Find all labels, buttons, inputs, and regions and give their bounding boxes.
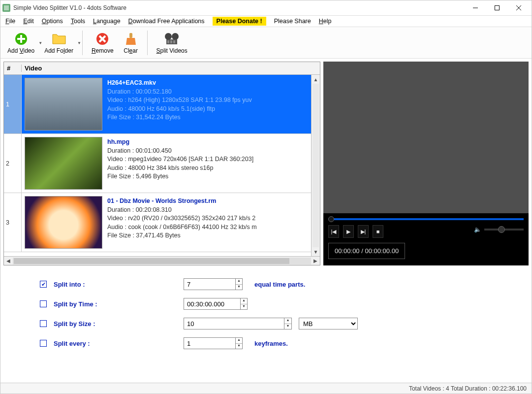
folder-icon — [52, 32, 66, 46]
row-duration: Duration : 00:00:52.180 — [107, 88, 318, 97]
scroll-left-icon[interactable]: ◀ — [4, 258, 13, 263]
svg-rect-15 — [170, 40, 172, 43]
row-index: 1 — [4, 75, 22, 133]
horizontal-scrollbar[interactable]: ◀ ▶ — [4, 256, 320, 265]
table-header: # Video — [4, 62, 320, 75]
option-split-every: Split every : ▲▼ keyframes. — [40, 333, 512, 353]
trail-split-every: keyframes. — [254, 340, 288, 347]
svg-rect-1 — [4, 5, 9, 10]
menubar: File Edit Options Tools Language Downloa… — [0, 15, 532, 27]
split-size-field[interactable] — [184, 320, 284, 328]
remove-button[interactable]: Remove — [87, 30, 119, 56]
col-header-video[interactable]: Video — [22, 65, 320, 72]
clear-icon — [124, 32, 138, 46]
menu-share[interactable]: Please Share — [274, 18, 311, 25]
menu-tools[interactable]: Tools — [71, 18, 85, 25]
minimize-button[interactable] — [465, 1, 486, 15]
input-split-time[interactable]: ▲▼ — [184, 298, 248, 310]
spinner[interactable]: ▲▼ — [240, 298, 247, 309]
titlebar: Simple Video Splitter V1.0 - 4dots Softw… — [0, 0, 532, 15]
skip-forward-button[interactable]: ▶| — [358, 225, 369, 238]
table-row[interactable]: 3 01 - Dbz Movie - Worlds Strongest.rm D… — [4, 193, 320, 252]
label-split-into: Split into : — [54, 281, 118, 288]
svg-rect-14 — [167, 40, 169, 43]
maximize-button[interactable] — [486, 1, 508, 15]
select-size-unit[interactable]: MB — [299, 318, 358, 329]
menu-download[interactable]: Download Free Applications — [128, 18, 205, 25]
add-video-label: Add Video — [7, 47, 34, 54]
row-duration: Duration : 00:01:00.450 — [107, 147, 318, 156]
clear-button[interactable]: Clear — [119, 30, 143, 56]
trail-split-into: equal time parts. — [254, 281, 305, 288]
table-body: 1 H264+EAC3.mkv Duration : 00:00:52.180 … — [4, 75, 320, 256]
label-split-size: Split by Size : — [54, 320, 118, 328]
row-filename: 01 - Dbz Movie - Worlds Strongest.rm — [107, 197, 318, 206]
table-row[interactable]: 1 H264+EAC3.mkv Duration : 00:00:52.180 … — [4, 75, 320, 134]
menu-language[interactable]: Language — [93, 18, 121, 25]
option-split-size: Split by Size : ▲▼ MB — [40, 314, 512, 333]
menu-help[interactable]: Help — [319, 18, 332, 25]
row-thumbnail — [22, 193, 105, 252]
scroll-right-icon[interactable]: ▶ — [311, 258, 320, 263]
toolbar-separator — [147, 31, 148, 55]
option-split-into: ✔ Split into : ▲▼ equal time parts. — [40, 274, 512, 294]
scroll-down-icon[interactable]: ▼ — [312, 247, 320, 256]
stop-button[interactable]: ■ — [373, 225, 383, 238]
menu-file[interactable]: File — [5, 18, 15, 25]
chevron-down-icon[interactable]: ▼ — [77, 40, 81, 45]
input-split-into[interactable]: ▲▼ — [184, 278, 243, 290]
input-split-size[interactable]: ▲▼ — [184, 318, 292, 329]
statusbar: Total Videos : 4 Total Duration : 00:22:… — [0, 383, 532, 394]
spinner[interactable]: ▲▼ — [235, 338, 242, 349]
menu-options[interactable]: Options — [42, 18, 63, 25]
window-title: Simple Video Splitter V1.0 - 4dots Softw… — [13, 4, 465, 11]
checkbox-split-time[interactable] — [40, 300, 47, 307]
close-button[interactable] — [508, 1, 530, 15]
volume-icon[interactable]: 🔈 — [474, 226, 481, 233]
row-video: Video : h264 (High) 1280x528 SAR 1:1 23.… — [107, 96, 318, 105]
vertical-scrollbar[interactable]: ▲ ▼ — [311, 75, 320, 256]
split-options: ✔ Split into : ▲▼ equal time parts. Spli… — [0, 268, 532, 358]
checkbox-split-into[interactable]: ✔ — [40, 281, 47, 288]
svg-rect-16 — [173, 40, 175, 43]
volume-slider[interactable] — [484, 229, 524, 230]
checkbox-split-size[interactable] — [40, 320, 47, 327]
remove-icon — [95, 32, 110, 46]
row-size: File Size : 37,471.45 Bytes — [107, 231, 318, 240]
preview-video[interactable] — [323, 62, 529, 213]
table-row[interactable]: 2 hh.mpg Duration : 00:01:00.450 Video :… — [4, 134, 320, 193]
row-meta: hh.mpg Duration : 00:01:00.450 Video : m… — [105, 134, 320, 193]
skip-back-button[interactable]: |◀ — [328, 225, 339, 238]
play-button[interactable]: ▶ — [343, 225, 354, 238]
spinner[interactable]: ▲▼ — [235, 279, 242, 290]
row-video: Video : mpeg1video 720x406 [SAR 1:1 DAR … — [107, 155, 318, 164]
add-video-button[interactable]: Add Video ▼ — [2, 30, 39, 56]
plus-green-icon — [14, 32, 29, 46]
status-text: Total Videos : 4 Total Duration : 00:22:… — [409, 385, 527, 392]
menu-donate[interactable]: Please Donate ! — [213, 17, 266, 26]
split-every-field[interactable] — [184, 340, 235, 347]
seek-bar[interactable] — [328, 218, 524, 220]
svg-rect-8 — [17, 38, 25, 40]
clear-label: Clear — [124, 47, 138, 54]
split-videos-button[interactable]: Split Videos — [152, 30, 192, 56]
checkbox-split-every[interactable] — [40, 340, 47, 347]
split-time-field[interactable] — [184, 300, 240, 308]
split-into-field[interactable] — [184, 281, 235, 288]
player-controls: |◀ ▶ ▶| ■ 00:00:00 / 00:00:00.00 🔈 — [323, 213, 529, 265]
row-audio: Audio : 48000 Hz 384 kb/s stereo s16p — [107, 164, 318, 173]
input-split-every[interactable]: ▲▼ — [184, 337, 243, 349]
col-header-num[interactable]: # — [4, 65, 22, 72]
option-split-time: Split by Time : ▲▼ — [40, 294, 512, 314]
add-folder-label: Add Folder — [44, 47, 73, 54]
row-thumbnail — [22, 75, 105, 133]
row-index: 2 — [4, 134, 22, 193]
split-videos-label: Split Videos — [156, 47, 188, 54]
menu-edit[interactable]: Edit — [23, 18, 34, 25]
spinner[interactable]: ▲▼ — [284, 318, 291, 329]
seek-knob[interactable] — [328, 216, 334, 222]
video-list: # Video 1 H264+EAC3.mkv Duration : 00:00… — [3, 62, 320, 265]
row-audio: Audio : cook (cook / 0x6B6F6F63) 44100 H… — [107, 223, 318, 232]
scroll-up-icon[interactable]: ▲ — [312, 75, 320, 84]
add-folder-button[interactable]: Add Folder ▼ — [39, 30, 78, 56]
